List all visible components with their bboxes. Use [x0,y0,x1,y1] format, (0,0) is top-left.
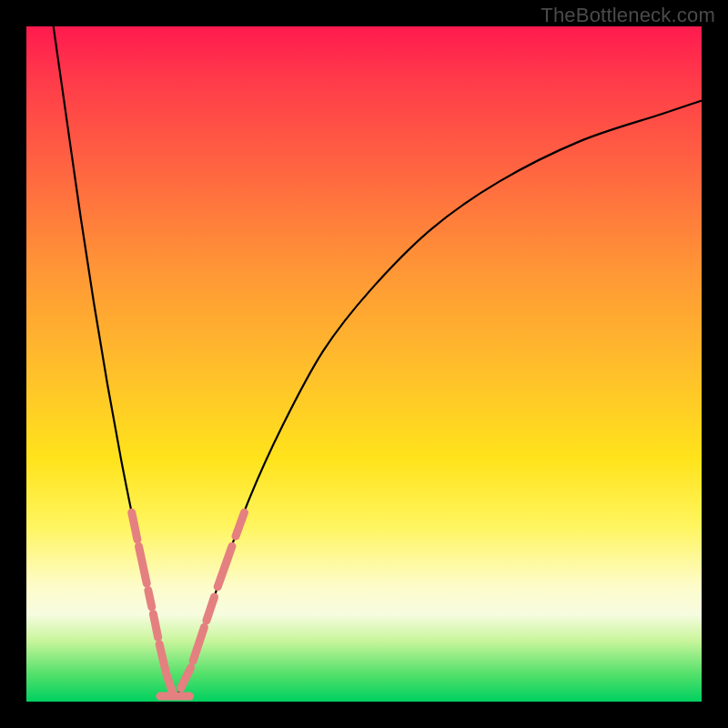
dash-marker [207,597,215,621]
chart-frame: TheBottleneck.com [0,0,728,728]
dash-marker [159,644,166,672]
dash-marker [138,546,147,583]
dash-marker [132,512,137,540]
dash-markers-left [132,512,173,692]
bottleneck-curve-svg [26,26,702,702]
plot-area [26,26,702,702]
dash-marker [181,668,191,688]
dash-marker [167,674,172,692]
dash-marker [148,591,152,608]
curve-right-branch [175,101,702,699]
dash-marker [217,546,232,587]
watermark-text: TheBottleneck.com [541,4,715,27]
curve-left-branch [54,26,176,698]
dash-markers-right [181,512,245,688]
dash-marker [236,512,244,536]
dash-marker [193,627,204,661]
dash-marker [153,614,157,638]
